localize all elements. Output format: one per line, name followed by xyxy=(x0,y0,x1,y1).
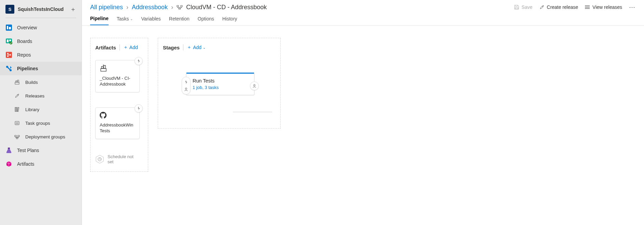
svg-rect-21 xyxy=(15,135,16,137)
artifact-trigger-badge[interactable] xyxy=(135,104,143,112)
artifacts-panel: Artifacts ＋ Add _CloudVM - CI-Addressboo… xyxy=(90,38,148,172)
pre-deploy-conditions[interactable] xyxy=(182,77,191,94)
nav-label: Overview xyxy=(17,25,37,30)
save-label: Save xyxy=(521,4,532,10)
project-badge: S xyxy=(5,5,14,14)
save-button: Save xyxy=(514,4,532,10)
plus-icon: ＋ xyxy=(123,44,128,50)
stage-card[interactable]: Run Tests 1 job, 3 tasks xyxy=(186,73,254,95)
tab-history[interactable]: History xyxy=(222,16,237,25)
post-deploy-conditions[interactable] xyxy=(250,81,259,90)
svg-point-29 xyxy=(585,5,586,6)
project-name[interactable]: SquishTestsInCloud xyxy=(18,6,64,12)
tabs: Pipeline Tasks ⌄ Variables Retention Opt… xyxy=(82,11,644,26)
svg-rect-1 xyxy=(7,26,8,29)
nav-label: Releases xyxy=(25,93,44,99)
stages-panel: Stages ＋ Add ⌄ xyxy=(158,38,281,129)
nav-label: Repos xyxy=(17,52,31,58)
breadcrumb-sep: › xyxy=(171,4,173,11)
tab-options[interactable]: Options xyxy=(198,16,214,25)
sidebar: S SquishTestsInCloud ＋ Overview Boards R… xyxy=(0,0,82,225)
stage-tasks-link[interactable]: 1 job, 3 tasks xyxy=(193,85,249,90)
breadcrumb: All pipelines › Addressbook › CloudVM - … xyxy=(90,4,267,11)
add-label: Add xyxy=(129,45,138,50)
build-source-icon xyxy=(100,64,135,73)
divider xyxy=(5,18,76,18)
tab-tasks[interactable]: Tasks ⌄ xyxy=(117,16,133,25)
artifact-card[interactable]: AddressbookWinTests xyxy=(95,107,140,139)
nav-label: Library xyxy=(25,107,39,112)
create-release-button[interactable]: Create release xyxy=(539,4,578,10)
breadcrumb-root[interactable]: All pipelines xyxy=(90,4,123,11)
repos-icon xyxy=(5,51,12,58)
svg-point-12 xyxy=(10,69,12,71)
schedule-row[interactable]: Schedule not set xyxy=(95,154,143,165)
github-source-icon xyxy=(100,112,135,120)
nav-label: Pipelines xyxy=(17,66,38,71)
schedule-label: Schedule not set xyxy=(108,154,135,165)
svg-rect-24 xyxy=(8,148,10,149)
create-release-label: Create release xyxy=(547,4,578,10)
add-stage-button[interactable]: ＋ Add ⌄ xyxy=(187,44,206,50)
topbar-actions: Save Create release View releases ⋯ xyxy=(514,3,636,11)
svg-point-11 xyxy=(6,66,8,68)
svg-point-8 xyxy=(7,53,9,54)
pipeline-type-icon xyxy=(177,4,183,10)
task-groups-icon xyxy=(14,120,20,126)
svg-rect-33 xyxy=(101,66,103,69)
svg-rect-22 xyxy=(18,135,19,137)
nav-label: Artifacts xyxy=(17,161,34,167)
overview-icon xyxy=(5,24,12,31)
svg-point-10 xyxy=(10,54,11,56)
tab-variables[interactable]: Variables xyxy=(141,16,160,25)
nav-builds[interactable]: Builds xyxy=(0,75,82,89)
svg-point-16 xyxy=(17,95,18,95)
breadcrumb-folder[interactable]: Addressbook xyxy=(132,4,168,11)
nav-task-groups[interactable]: Task groups xyxy=(0,116,82,130)
library-icon xyxy=(14,106,20,113)
tab-pipeline[interactable]: Pipeline xyxy=(90,16,109,25)
breadcrumb-title: CloudVM - CD - Addressbook xyxy=(186,4,267,11)
divider xyxy=(183,44,183,50)
nav-artifacts[interactable]: Artifacts xyxy=(0,157,82,171)
builds-icon xyxy=(14,79,20,86)
connector-line xyxy=(233,112,272,112)
svg-rect-14 xyxy=(16,81,17,82)
more-actions-button[interactable]: ⋯ xyxy=(629,3,636,11)
topbar: All pipelines › Addressbook › CloudVM - … xyxy=(82,0,644,11)
pipelines-icon xyxy=(5,65,12,72)
schedule-icon xyxy=(95,155,104,164)
svg-point-30 xyxy=(585,7,586,7)
nav-label: Task groups xyxy=(25,121,50,126)
nav-test-plans[interactable]: Test Plans xyxy=(0,144,82,157)
svg-rect-34 xyxy=(104,65,106,69)
nav-overview[interactable]: Overview xyxy=(0,21,82,34)
nav-repos[interactable]: Repos xyxy=(0,48,82,62)
divider xyxy=(120,44,120,50)
nav-deployment-groups[interactable]: Deployment groups xyxy=(0,130,82,144)
nav-library[interactable]: Library xyxy=(0,103,82,116)
svg-point-38 xyxy=(254,85,255,86)
svg-point-28 xyxy=(542,6,543,7)
svg-rect-17 xyxy=(15,107,16,111)
nav-releases[interactable]: Releases xyxy=(0,89,82,103)
artifact-trigger-badge[interactable] xyxy=(135,57,143,65)
tab-retention[interactable]: Retention xyxy=(169,16,190,25)
new-item-button[interactable]: ＋ xyxy=(70,5,76,13)
nav-label: Deployment groups xyxy=(25,134,65,139)
nav-boards[interactable]: Boards xyxy=(0,34,82,48)
nav-label: Builds xyxy=(25,80,38,85)
chevron-down-icon: ⌄ xyxy=(130,17,133,21)
artifact-card[interactable]: _CloudVM - CI-Addressbook xyxy=(95,60,140,92)
artifacts-title: Artifacts xyxy=(95,45,116,50)
tab-tasks-label: Tasks xyxy=(117,16,129,21)
view-releases-label: View releases xyxy=(592,4,622,10)
nav-label: Boards xyxy=(17,39,32,44)
view-releases-button[interactable]: View releases xyxy=(585,4,622,10)
chevron-down-icon: ⌄ xyxy=(203,46,206,49)
svg-point-31 xyxy=(585,8,586,9)
stage-name: Run Tests xyxy=(193,78,249,84)
svg-rect-32 xyxy=(101,69,106,71)
add-artifact-button[interactable]: ＋ Add xyxy=(123,44,138,50)
nav-pipelines[interactable]: Pipelines xyxy=(0,62,82,75)
